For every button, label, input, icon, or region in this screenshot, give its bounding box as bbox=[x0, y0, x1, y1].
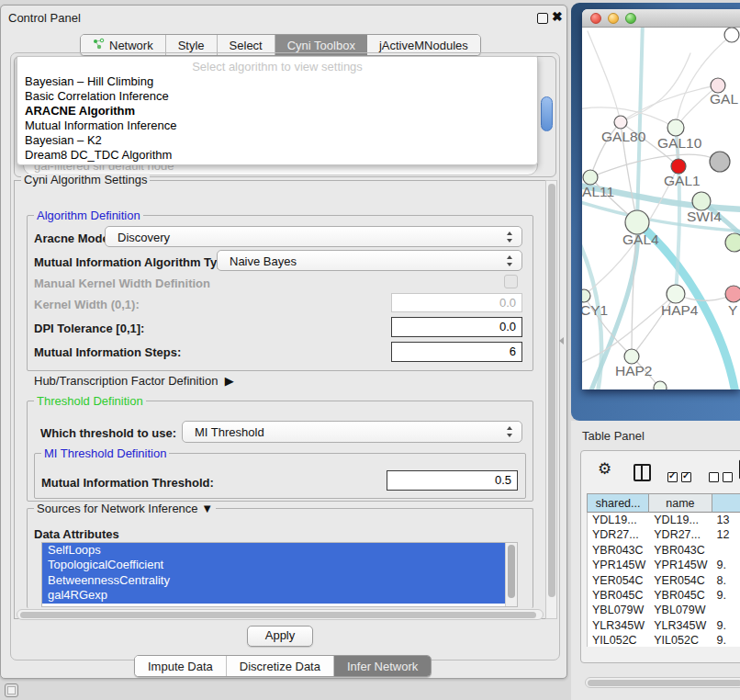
float-window-icon[interactable] bbox=[537, 13, 548, 24]
table-row[interactable]: YIL052CYIL052C9. bbox=[588, 633, 740, 647]
node-label-y: Y bbox=[728, 302, 737, 318]
network-edge[interactable] bbox=[637, 28, 643, 222]
network-node-gcy1[interactable] bbox=[582, 289, 590, 302]
kernel-width-label: Kernel Width (0,1): bbox=[34, 298, 140, 311]
zoom-traffic-light-icon[interactable] bbox=[625, 13, 636, 24]
network-canvas[interactable]: GALGAL80GAL10GAL1GAL11SWI4GAL4GCY1HAP4YH… bbox=[582, 28, 740, 390]
network-node-gal10[interactable] bbox=[667, 119, 684, 136]
table-row[interactable]: YBR045CYBR045C9. bbox=[588, 588, 740, 603]
dropdown-item-bayesian-k2[interactable]: Bayesian – K2 bbox=[17, 133, 537, 148]
attribute-item-betweennesscentrality[interactable]: BetweennessCentrality bbox=[42, 573, 506, 588]
mi-threshold-label: Mutual Information Threshold: bbox=[41, 476, 214, 490]
settings-vertical-scrollbar[interactable] bbox=[545, 180, 557, 619]
dropdown-item-mutual-information-inference[interactable]: Mutual Information Inference bbox=[17, 119, 537, 133]
dropdown-item-basic-correlation-inference[interactable]: Basic Correlation Inference bbox=[17, 89, 537, 104]
node-label-gal1: GAL1 bbox=[664, 173, 701, 188]
attribute-item-topologicalcoefficient[interactable]: TopologicalCoefficient bbox=[42, 558, 506, 572]
combo-arrows-icon bbox=[507, 255, 513, 266]
combo-arrows-icon bbox=[507, 231, 513, 243]
threshold-definition-legend: Threshold Definition bbox=[34, 395, 146, 407]
control-panel-title: Control Panel bbox=[8, 11, 81, 25]
algorithm-dropdown-popup: Select algorithm to view settings Bayesi… bbox=[17, 56, 538, 165]
screen: Control Panel ✖ NetworkStyleSelectCyni T… bbox=[0, 0, 740, 700]
network-node[interactable] bbox=[654, 381, 667, 390]
mi-steps-field[interactable]: 6 bbox=[391, 342, 522, 362]
hub-definition-toggle[interactable]: Hub/Transcription Factor Definition ▶ bbox=[34, 374, 234, 388]
split-columns-icon[interactable] bbox=[633, 464, 651, 481]
network-node-gal80[interactable] bbox=[614, 116, 627, 129]
settings-horizontal-scrollbar[interactable] bbox=[17, 609, 544, 620]
node-label-gal11: GAL11 bbox=[582, 184, 614, 199]
network-edge[interactable] bbox=[590, 154, 720, 177]
mi-threshold-field[interactable]: 0.5 bbox=[387, 470, 518, 491]
manual-kernel-width-checkbox[interactable] bbox=[504, 275, 518, 288]
network-node-swi4[interactable] bbox=[692, 192, 711, 210]
table-row[interactable]: YLR345WYLR345W9. bbox=[588, 618, 740, 633]
table-panel: Table Panel ⚙ shared...name YDL19...YDL1… bbox=[571, 421, 740, 700]
restore-panel-icon[interactable] bbox=[5, 683, 18, 697]
bottom-tab-impute-data[interactable]: Impute Data bbox=[135, 656, 227, 676]
mi-algorithm-type-label: Mutual Information Algorithm Type: bbox=[34, 255, 235, 269]
table-row[interactable]: YPR145WYPR145W9. bbox=[588, 558, 740, 572]
attributes-scrollbar[interactable] bbox=[505, 543, 517, 606]
table-panel-inner: ⚙ shared...name YDL19...YDL19...13YDR27.… bbox=[580, 450, 740, 663]
network-edge[interactable] bbox=[621, 53, 690, 122]
attribute-item-selfloops[interactable]: SelfLoops bbox=[42, 543, 506, 558]
which-threshold-select[interactable]: MI Threshold bbox=[182, 421, 522, 443]
table-row[interactable]: YER054CYER054C8. bbox=[588, 573, 740, 588]
algorithm-definition-legend: Algorithm Definition bbox=[34, 209, 143, 221]
network-node[interactable] bbox=[725, 233, 740, 252]
dpi-tolerance-field[interactable]: 0.0 bbox=[391, 317, 522, 337]
dropdown-item-bayesian-hill-climbing[interactable]: Bayesian – Hill Climbing bbox=[17, 74, 537, 89]
attribute-item-gal4rgexp[interactable]: gal4RGexp bbox=[42, 588, 506, 603]
control-panel-window: Control Panel ✖ NetworkStyleSelectCyni T… bbox=[0, 5, 567, 679]
network-node[interactable] bbox=[724, 28, 739, 42]
network-view-frame: GALGAL80GAL10GAL1GAL11SWI4GAL4GCY1HAP4YH… bbox=[571, 3, 740, 421]
table-header-row: shared...name bbox=[587, 493, 740, 513]
cyni-settings-legend: Cyni Algorithm Settings bbox=[21, 174, 150, 186]
network-node-gal1[interactable] bbox=[671, 159, 686, 174]
scrollbar-thumb-blue[interactable] bbox=[541, 96, 553, 131]
column-header-name[interactable]: name bbox=[649, 494, 712, 513]
data-attributes-list[interactable]: SelfLoopsTopologicalCoefficientBetweenne… bbox=[41, 542, 518, 607]
expand-right-icon[interactable]: ▶ bbox=[225, 374, 234, 388]
column-header-cut[interactable] bbox=[712, 494, 740, 513]
sources-legend[interactable]: Sources for Network Inference ▼ bbox=[34, 502, 216, 514]
table-horizontal-scrollbar[interactable] bbox=[585, 677, 740, 688]
network-node[interactable] bbox=[710, 152, 730, 172]
close-icon[interactable]: ✖ bbox=[552, 9, 563, 24]
node-label-gcy1: GCY1 bbox=[582, 302, 608, 318]
table-row[interactable]: YDR27...YDR27...12 bbox=[588, 527, 740, 542]
close-traffic-light-icon[interactable] bbox=[590, 13, 601, 24]
checked-boxes-icon[interactable] bbox=[667, 469, 695, 485]
network-node-gal11[interactable] bbox=[583, 170, 598, 185]
panel-divider-handle[interactable] bbox=[559, 337, 564, 344]
aracne-mode-select[interactable]: Discovery bbox=[105, 226, 522, 247]
mi-algorithm-type-select[interactable]: Naive Bayes bbox=[217, 250, 522, 271]
gear-icon[interactable]: ⚙ bbox=[598, 461, 611, 477]
apply-button[interactable]: Apply bbox=[247, 626, 313, 647]
combo-arrows-icon bbox=[507, 426, 513, 437]
network-node-y[interactable] bbox=[725, 286, 740, 302]
network-window: GALGAL80GAL10GAL1GAL11SWI4GAL4GCY1HAP4YH… bbox=[582, 9, 740, 390]
dpi-tolerance-label: DPI Tolerance [0,1]: bbox=[34, 322, 144, 335]
node-label-swi4: SWI4 bbox=[687, 209, 722, 224]
dropdown-item-aracne-algorithm[interactable]: ARACNE Algorithm bbox=[17, 104, 537, 119]
collapse-down-icon[interactable]: ▼ bbox=[201, 502, 213, 514]
network-edge[interactable] bbox=[582, 107, 676, 128]
unchecked-boxes-icon[interactable] bbox=[709, 469, 736, 485]
bottom-tab-discretize-data[interactable]: Discretize Data bbox=[227, 656, 334, 676]
node-table: shared...name YDL19...YDL19...13YDR27...… bbox=[587, 493, 740, 647]
bottom-tabbar: Impute DataDiscretize DataInfer Network bbox=[134, 655, 432, 677]
network-window-titlebar[interactable] bbox=[582, 9, 740, 28]
minimize-traffic-light-icon[interactable] bbox=[608, 13, 619, 24]
table-row[interactable]: YBR043CYBR043C bbox=[588, 543, 740, 558]
column-header-shared[interactable]: shared... bbox=[588, 494, 649, 513]
dropdown-item-dream8-dc-tdc-algorithm[interactable]: Dream8 DC_TDC Algorithm bbox=[17, 148, 537, 163]
network-node-hap4[interactable] bbox=[667, 285, 685, 303]
bottom-tab-infer-network[interactable]: Infer Network bbox=[334, 656, 431, 676]
network-node-hap2[interactable] bbox=[624, 349, 639, 364]
kernel-width-field[interactable]: 0.0 bbox=[391, 293, 522, 312]
table-row[interactable]: YDL19...YDL19...13 bbox=[588, 513, 740, 527]
table-row[interactable]: YBL079WYBL079W bbox=[588, 603, 740, 617]
